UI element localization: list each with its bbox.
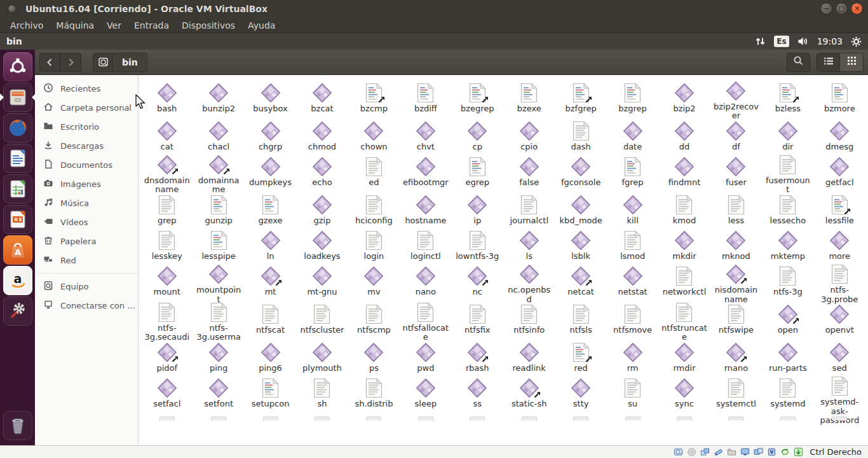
file-item[interactable]: rnano (710, 338, 762, 373)
sidebar-item-network[interactable]: Red (35, 251, 138, 270)
file-item[interactable]: open (762, 300, 813, 337)
file-item[interactable]: dir (762, 117, 813, 151)
file-item[interactable]: mknod (710, 226, 762, 261)
file-item[interactable]: sh (296, 374, 348, 411)
video-capture-status-icon[interactable] (754, 447, 763, 457)
file-item[interactable]: bunzip2 (193, 79, 244, 116)
file-item[interactable]: pidof (141, 338, 193, 373)
drive-icon[interactable] (93, 53, 113, 72)
network-arrows-icon[interactable] (755, 36, 766, 46)
file-item[interactable]: gzexe (245, 191, 296, 225)
file-item[interactable]: dash (555, 117, 606, 151)
file-item[interactable]: rmdir (658, 338, 710, 373)
file-item[interactable]: cpio (503, 117, 555, 151)
file-item[interactable]: df (710, 117, 762, 151)
file-item[interactable]: journalctl (503, 191, 555, 225)
file-item[interactable]: ntfs-3g (762, 262, 813, 299)
file-item[interactable]: dumpkeys (245, 153, 296, 190)
file-item[interactable]: ntfscluster (296, 300, 348, 337)
file-item[interactable]: systemctl (710, 374, 762, 411)
file-item[interactable]: more (814, 226, 865, 261)
file-item[interactable]: fgconsole (555, 153, 606, 190)
menu-item-ver[interactable]: Ver (100, 19, 128, 32)
file-item[interactable]: netcat (555, 262, 606, 299)
sidebar-item-clock[interactable]: Recientes (35, 79, 138, 98)
file-item[interactable]: ntfsfallocate (400, 300, 451, 337)
file-item[interactable]: less (710, 191, 762, 225)
file-item[interactable]: mt (245, 262, 296, 299)
menu-item-dispositivos[interactable]: Dispositivos (175, 19, 241, 32)
close-button[interactable]: ✕ (851, 3, 863, 15)
file-item[interactable]: nc (452, 262, 503, 299)
launcher-item-firefox[interactable] (3, 113, 32, 142)
minimize-button[interactable]: − (820, 3, 832, 15)
file-item[interactable]: sh.distrib (348, 374, 400, 411)
file-item[interactable]: bzgrep (607, 79, 658, 116)
file-item[interactable]: setupcon (245, 374, 296, 411)
file-item[interactable]: gunzip (193, 191, 244, 225)
volume-icon[interactable] (797, 36, 809, 46)
file-item[interactable]: mkdir (658, 226, 710, 261)
file-item-partial[interactable] (555, 412, 606, 445)
file-item[interactable]: nisdomainname (710, 262, 762, 299)
file-item[interactable]: bash (141, 79, 193, 116)
file-item[interactable]: systemd-ask-password (814, 374, 865, 411)
menu-item-máquina[interactable]: Máquina (50, 19, 100, 32)
file-item-partial[interactable] (762, 412, 813, 445)
sidebar-item-home[interactable]: Carpeta personal (35, 98, 138, 117)
maximize-button[interactable]: □ (836, 3, 848, 15)
file-item[interactable]: bzip2 (658, 79, 710, 116)
file-item[interactable]: bzip2recover (710, 79, 762, 116)
usb-status-icon[interactable] (714, 447, 723, 457)
shared-folders-status-icon[interactable] (727, 447, 736, 457)
file-item[interactable]: systemd (762, 374, 813, 411)
file-item[interactable]: busybox (245, 79, 296, 116)
menu-item-archivo[interactable]: Archivo (4, 19, 50, 32)
display-status-icon[interactable] (740, 447, 750, 457)
keyboard-layout-badge[interactable]: Es (774, 36, 789, 47)
file-item[interactable]: lesspipe (193, 226, 244, 261)
search-button[interactable] (787, 53, 810, 72)
sidebar-item-connect[interactable]: Conectarse con ... (35, 296, 138, 315)
file-item[interactable]: lessfile (814, 191, 865, 225)
file-item[interactable]: openvt (814, 300, 865, 337)
breadcrumb-location[interactable]: bin (113, 53, 147, 72)
file-item-partial[interactable] (710, 412, 762, 445)
file-item[interactable]: loadkeys (296, 226, 348, 261)
file-item[interactable]: egrep (452, 153, 503, 190)
file-item[interactable]: rbash (452, 338, 503, 373)
file-item[interactable]: bzexe (503, 79, 555, 116)
file-item[interactable]: ss (452, 374, 503, 411)
launcher-item-impress[interactable] (3, 205, 32, 234)
host-io-status-icon[interactable] (794, 447, 803, 457)
optical-disk-status-icon[interactable] (687, 447, 696, 457)
file-item[interactable]: bzegrep (452, 79, 503, 116)
file-item[interactable]: ntfsmove (607, 300, 658, 337)
file-item-partial[interactable] (193, 412, 244, 445)
menu-item-entrada[interactable]: Entrada (128, 19, 175, 32)
file-item[interactable]: grep (141, 191, 193, 225)
file-item[interactable]: readlink (503, 338, 555, 373)
file-item[interactable]: login (348, 226, 400, 261)
file-item-partial[interactable] (503, 412, 555, 445)
file-item[interactable]: lowntfs-3g (452, 226, 503, 261)
file-item[interactable]: ntfswipe (710, 300, 762, 337)
file-item[interactable]: su (607, 374, 658, 411)
file-item[interactable]: date (607, 117, 658, 151)
file-item[interactable]: chgrp (245, 117, 296, 151)
file-item[interactable]: bzcat (296, 79, 348, 116)
file-item[interactable]: echo (296, 153, 348, 190)
file-item[interactable]: ntfs-3g.usermap (193, 300, 244, 337)
file-item[interactable]: cat (141, 117, 193, 151)
file-item[interactable]: ntfscat (245, 300, 296, 337)
sidebar-item-trash[interactable]: Papelera (35, 232, 138, 251)
file-item[interactable]: gzip (296, 191, 348, 225)
file-item[interactable]: kmod (658, 191, 710, 225)
file-item-partial[interactable] (245, 412, 296, 445)
file-item[interactable]: lsmod (607, 226, 658, 261)
file-item[interactable]: ntfsinfo (503, 300, 555, 337)
file-item-partial[interactable] (296, 412, 348, 445)
file-item[interactable]: dnsdomainname (141, 153, 193, 190)
back-button[interactable] (39, 53, 60, 72)
file-item-partial[interactable] (452, 412, 503, 445)
